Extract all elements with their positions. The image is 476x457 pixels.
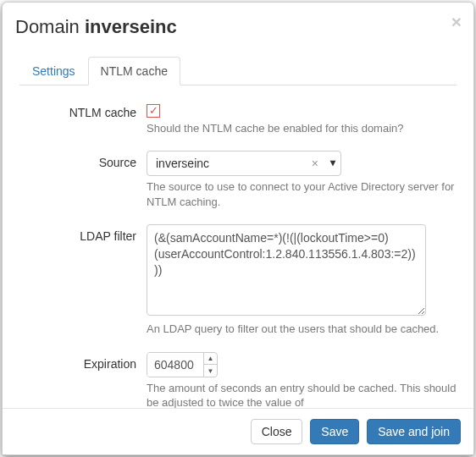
save-and-join-button[interactable]: Save and join [367,419,461,444]
chevron-down-icon[interactable]: ▾ [330,157,335,168]
expiration-stepper[interactable]: ▲ ▼ [147,352,218,377]
source-select[interactable]: inverseinc × ▾ [147,151,341,176]
domain-modal: × Domain inverseinc Settings NTLM cache … [2,2,474,455]
modal-body: Settings NTLM cache NTLM cache ✓ Should … [3,48,473,408]
tab-ntlm-cache[interactable]: NTLM cache [88,57,180,85]
ldap-filter-help: An LDAP query to filter out the users th… [147,322,457,337]
clear-icon[interactable]: × [312,157,318,170]
ntlm-cache-checkbox[interactable]: ✓ [147,104,160,118]
title-domain-name: inverseinc [85,16,177,37]
source-help: The source to use to connect to your Act… [147,179,457,209]
ldap-filter-textarea[interactable] [147,224,426,316]
spinner-down-icon[interactable]: ▼ [204,365,217,377]
spinner-up-icon[interactable]: ▲ [204,353,217,366]
expiration-help: The amount of seconds an entry should be… [147,381,457,408]
modal-header: × Domain inverseinc [3,3,473,48]
source-value: inverseinc [156,157,209,170]
tab-settings-label: Settings [19,57,88,85]
close-button[interactable]: Close [251,419,303,444]
spinner-buttons: ▲ ▼ [203,353,217,377]
expiration-label: Expiration [19,352,147,408]
tab-settings[interactable]: Settings [19,57,88,85]
ldap-filter-label: LDAP filter [19,224,147,349]
expiration-input[interactable] [147,353,203,377]
ntlm-cache-help: Should the NTLM cache be enabled for thi… [147,121,457,136]
title-prefix: Domain [15,16,85,37]
source-label: Source [19,151,147,221]
modal-title: Domain inverseinc [15,15,461,40]
close-icon[interactable]: × [451,13,462,30]
save-button[interactable]: Save [310,419,359,444]
modal-footer: Close Save Save and join [3,408,473,454]
ntlm-cache-label: NTLM cache [19,101,147,148]
tabs: Settings NTLM cache [19,57,457,85]
tab-ntlm-cache-label: NTLM cache [88,57,180,85]
